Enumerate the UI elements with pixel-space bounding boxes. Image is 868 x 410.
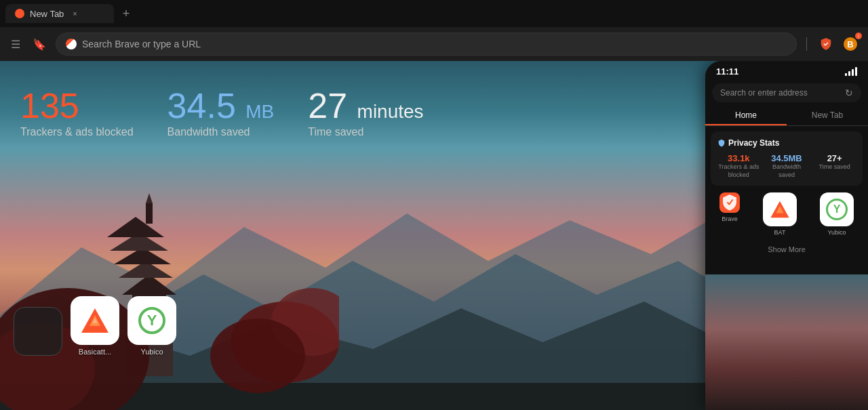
phone-background [705, 274, 868, 410]
bat-icon-label: Basicatt... [79, 348, 111, 356]
tab-favicon [15, 9, 24, 18]
rewards-icon: B [843, 37, 858, 52]
app-icon-yubico-wrapper[interactable]: Y Yubico [127, 296, 176, 356]
browser-chrome: New Tab × + ☰ 🔖 Search Brave or type a U… [0, 0, 868, 61]
phone-time: 11:11 [716, 66, 738, 77]
phone-signal [845, 67, 857, 76]
bandwidth-stat: 34.5 MB Bandwidth saved [167, 88, 275, 138]
phone-yubico-label: Yubico [827, 229, 846, 236]
phone-privacy-stats: Privacy Stats 33.1k Trackers & adsblocke… [711, 131, 863, 186]
trackers-stat: 135 Trackers & ads blocked [20, 88, 134, 138]
privacy-shield-icon [717, 139, 726, 147]
address-bar-row: ☰ 🔖 Search Brave or type a URL B ! [0, 27, 868, 61]
phone-stats-row: 33.1k Trackers & adsblocked 34.5MB Bandw… [717, 153, 856, 179]
trackers-label: Trackers & ads blocked [20, 126, 134, 138]
rewards-button[interactable]: B ! [841, 35, 860, 54]
bookmark-button[interactable]: 🔖 [30, 35, 49, 54]
app-icon-blank[interactable] [14, 307, 62, 356]
phone-tab-new[interactable]: New Tab [787, 106, 868, 125]
brave-icon [66, 39, 77, 49]
phone-tabs: Home New Tab [705, 106, 868, 126]
phone-yubico-icon[interactable]: Y [820, 192, 854, 226]
brave-logo-svg [720, 193, 739, 212]
svg-marker-13 [107, 217, 164, 237]
phone-tab-home[interactable]: Home [705, 106, 787, 125]
bandwidth-label: Bandwidth saved [167, 126, 275, 138]
svg-marker-17 [146, 193, 153, 203]
signal-bar-1 [845, 73, 847, 76]
address-text: Search Brave or type a URL [82, 39, 787, 49]
app-icon-bat-wrapper[interactable]: Basicatt... [71, 296, 119, 356]
stats-overlay: 135 Trackers & ads blocked 34.5 MB Bandw… [20, 88, 424, 138]
rewards-badge: ! [855, 33, 862, 39]
tab-title: New Tab [30, 9, 64, 19]
phone-privacy-title: Privacy Stats [717, 138, 856, 148]
signal-bar-3 [852, 69, 854, 76]
svg-rect-16 [146, 203, 153, 224]
app-icon-yubico[interactable]: Y [127, 296, 176, 345]
phone-trackers-label: Trackers & adsblocked [717, 163, 760, 179]
new-tab-button[interactable]: + [117, 4, 136, 23]
phone-mockup: 11:11 Search or enter address ↻ Home New… [705, 61, 868, 410]
app-icon-bat[interactable] [71, 296, 119, 345]
phone-status-bar: 11:11 [705, 61, 868, 79]
phone-app-yubico[interactable]: Y Yubico [820, 192, 854, 236]
svg-point-8 [210, 319, 305, 393]
brave-shield-button[interactable] [816, 35, 835, 54]
brave-shield-icon [819, 37, 833, 51]
phone-app-icons: Brave BAT Y Yubico [711, 192, 863, 236]
phone-brave-label: Brave [722, 216, 738, 222]
phone-bat-icon[interactable] [763, 192, 797, 226]
phone-trackers-stat: 33.1k Trackers & adsblocked [717, 153, 760, 179]
trackers-number: 135 [20, 88, 134, 123]
yubico-icon-label: Yubico [140, 348, 163, 356]
signal-bar-2 [848, 71, 850, 76]
phone-trackers-num: 33.1k [717, 153, 760, 163]
app-icon-empty[interactable] [14, 307, 62, 356]
signal-bar-4 [855, 67, 857, 76]
time-stat: 27 minutes Time saved [308, 88, 423, 138]
phone-show-more-button[interactable]: Show More [705, 243, 868, 256]
new-tab-page: 135 Trackers & ads blocked 34.5 MB Bandw… [0, 61, 868, 410]
phone-bat-svg [770, 199, 790, 220]
phone-app-bat[interactable]: BAT [763, 192, 797, 236]
phone-search-bar[interactable]: Search or enter address ↻ [712, 83, 861, 102]
yubico-y-icon: Y [138, 307, 165, 334]
tab-close-button[interactable]: × [69, 8, 80, 19]
phone-yubico-y: Y [826, 199, 848, 220]
phone-bandwidth-stat: 34.5MB Bandwidthsaved [766, 153, 808, 179]
phone-search-text: Search or enter address [720, 88, 840, 98]
svg-text:B: B [847, 39, 853, 49]
phone-time-stat: 27+ Time saved [813, 153, 856, 179]
phone-time-label: Time saved [813, 163, 856, 171]
app-icons-row: Basicatt... Y Yubico [14, 296, 176, 356]
tab-bar: New Tab × + [0, 0, 868, 27]
phone-app-brave[interactable]: Brave [719, 192, 740, 236]
phone-time-num: 27+ [813, 153, 856, 163]
phone-reload-icon[interactable]: ↻ [845, 87, 853, 98]
bat-logo-svg [80, 306, 110, 335]
toolbar-divider [806, 37, 807, 51]
time-label: Time saved [308, 126, 423, 138]
time-number: 27 minutes [308, 88, 423, 123]
phone-bat-label: BAT [774, 229, 786, 236]
bandwidth-number: 34.5 MB [167, 88, 275, 123]
address-bar[interactable]: Search Brave or type a URL [56, 33, 797, 56]
phone-brave-icon[interactable] [719, 192, 740, 213]
active-tab[interactable]: New Tab × [5, 4, 114, 23]
phone-bandwidth-label: Bandwidthsaved [766, 163, 808, 179]
toolbar-icons: B ! [816, 35, 860, 54]
phone-bandwidth-num: 34.5MB [766, 153, 808, 163]
sidebar-toggle-button[interactable]: ☰ [8, 35, 23, 54]
